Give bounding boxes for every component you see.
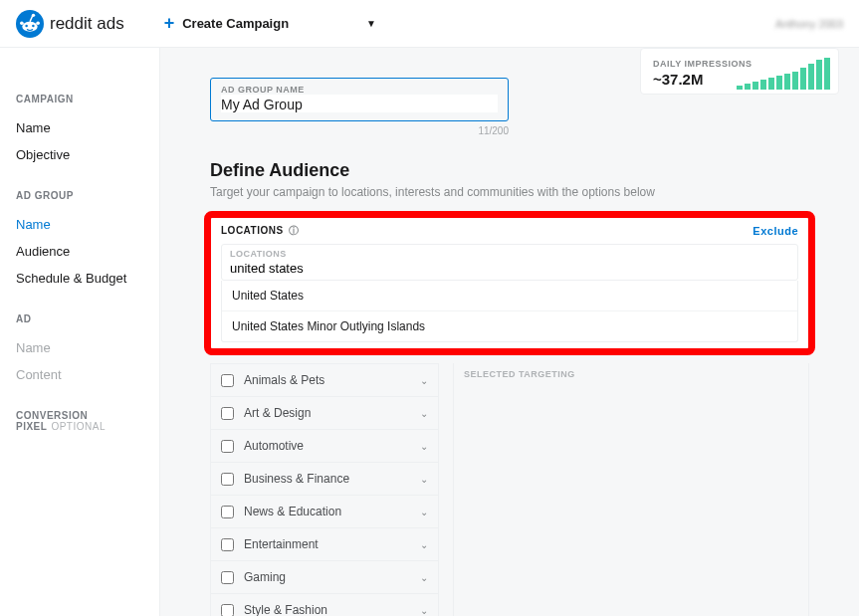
location-result[interactable]: United States: [222, 281, 797, 310]
chevron-down-icon: ⌄: [420, 605, 428, 616]
chevron-down-icon: ⌄: [420, 539, 428, 550]
chevron-down-icon: ⌄: [420, 408, 428, 419]
chevron-down-icon: ⌄: [420, 474, 428, 485]
top-bar: reddit ads + Create Campaign ▼ Anthony 2…: [0, 0, 859, 48]
sidebar-item-audience[interactable]: Audience: [16, 238, 159, 265]
ad-group-name-field[interactable]: AD GROUP NAME: [210, 78, 509, 121]
sidebar-section-title: AD: [16, 313, 159, 324]
interest-row[interactable]: Business & Finance⌄: [211, 462, 438, 495]
interest-checkbox[interactable]: [221, 506, 234, 518]
impression-bar: [816, 60, 822, 90]
interest-row[interactable]: Art & Design⌄: [211, 396, 438, 429]
svg-point-6: [32, 13, 35, 16]
sidebar-item-schedule-budget[interactable]: Schedule & Budget: [16, 265, 159, 292]
ad-group-name-label: AD GROUP NAME: [221, 85, 498, 95]
locations-input-wrap[interactable]: LOCATIONS: [221, 244, 798, 281]
interest-row[interactable]: Gaming⌄: [211, 560, 438, 593]
ad-group-name-input[interactable]: [221, 95, 498, 112]
interest-label: Animals & Pets: [244, 373, 324, 387]
create-campaign-label: Create Campaign: [182, 16, 289, 31]
user-menu[interactable]: Anthony 2003: [775, 18, 843, 30]
impression-bar: [784, 74, 790, 90]
interest-checkbox[interactable]: [221, 473, 234, 486]
chevron-down-icon: ⌄: [420, 375, 428, 386]
interest-checkbox[interactable]: [221, 407, 234, 420]
sidebar: CAMPAIGNNameObjectiveAD GROUPNameAudienc…: [0, 48, 159, 616]
sidebar-item-objective[interactable]: Objective: [16, 141, 159, 168]
selected-targeting-label: SELECTED TARGETING: [454, 369, 808, 379]
exclude-link[interactable]: Exclude: [752, 225, 798, 237]
define-audience-subtitle: Target your campaign to locations, inter…: [210, 185, 809, 199]
location-result[interactable]: United States Minor Outlying Islands: [222, 310, 797, 341]
help-icon[interactable]: ⓘ: [289, 225, 300, 236]
impressions-card: DAILY IMPRESSIONS ~37.2M: [640, 48, 839, 95]
interest-row[interactable]: Automotive⌄: [211, 429, 438, 462]
chevron-down-icon: ⌄: [420, 507, 428, 517]
locations-dropdown: United StatesUnited States Minor Outlyin…: [221, 281, 798, 342]
define-audience-title: Define Audience: [210, 160, 809, 181]
interest-label: Business & Finance: [244, 472, 349, 486]
interest-label: Entertainment: [244, 537, 319, 551]
impression-bar: [808, 64, 814, 90]
interest-row[interactable]: Animals & Pets⌄: [211, 363, 438, 396]
conversion-pixel-heading: CONVERSION PIXELOPTIONAL: [16, 410, 159, 432]
impression-bar: [760, 80, 766, 90]
reddit-icon: [16, 10, 44, 38]
interest-row[interactable]: Entertainment⌄: [211, 527, 438, 560]
impression-bar: [752, 82, 758, 90]
chevron-down-icon: ⌄: [420, 572, 428, 583]
interest-checkbox[interactable]: [221, 538, 234, 551]
impression-bar: [768, 78, 774, 90]
svg-point-3: [32, 24, 35, 27]
interests-list: Animals & Pets⌄Art & Design⌄Automotive⌄B…: [210, 363, 439, 616]
main-content: DAILY IMPRESSIONS ~37.2M Enter the name …: [159, 48, 859, 616]
caret-down-icon: ▼: [366, 18, 376, 29]
brand-text: reddit ads: [50, 14, 124, 34]
sidebar-item-content: Content: [16, 361, 159, 388]
locations-input[interactable]: [230, 259, 789, 276]
interest-label: Gaming: [244, 570, 286, 584]
impressions-bars: [737, 58, 830, 90]
impression-bar: [776, 76, 782, 90]
locations-input-label: LOCATIONS: [230, 249, 789, 259]
impression-bar: [745, 84, 751, 90]
interest-checkbox[interactable]: [221, 571, 234, 584]
chevron-down-icon: ⌄: [420, 441, 428, 452]
sidebar-item-name[interactable]: Name: [16, 114, 159, 141]
impression-bar: [800, 68, 806, 90]
interest-label: Style & Fashion: [244, 603, 327, 616]
locations-header: LOCATIONS ⓘ: [221, 224, 299, 238]
impression-bar: [792, 72, 798, 90]
locations-panel: LOCATIONS ⓘ Exclude LOCATIONS United Sta…: [204, 211, 815, 355]
interest-checkbox[interactable]: [221, 440, 234, 453]
svg-point-5: [36, 21, 40, 25]
interest-checkbox[interactable]: [221, 374, 234, 387]
interest-checkbox[interactable]: [221, 604, 234, 617]
create-campaign-button[interactable]: + Create Campaign ▼: [164, 13, 376, 34]
brand-logo[interactable]: reddit ads: [16, 10, 124, 38]
sidebar-section-title: AD GROUP: [16, 190, 159, 201]
interest-label: Art & Design: [244, 406, 311, 420]
sidebar-item-name[interactable]: Name: [16, 211, 159, 238]
selected-targeting-panel: SELECTED TARGETING: [453, 363, 809, 616]
svg-point-2: [25, 24, 28, 27]
impression-bar: [737, 86, 743, 90]
impression-bar: [824, 58, 830, 90]
interest-row[interactable]: News & Education⌄: [211, 495, 438, 527]
interest-label: Automotive: [244, 439, 304, 453]
interest-row[interactable]: Style & Fashion⌄: [211, 593, 438, 616]
sidebar-item-name: Name: [16, 334, 159, 361]
interest-label: News & Education: [244, 505, 341, 518]
plus-icon: +: [164, 13, 175, 34]
svg-point-4: [20, 21, 24, 25]
char-count: 11/200: [210, 125, 509, 136]
sidebar-section-title: CAMPAIGN: [16, 94, 159, 104]
